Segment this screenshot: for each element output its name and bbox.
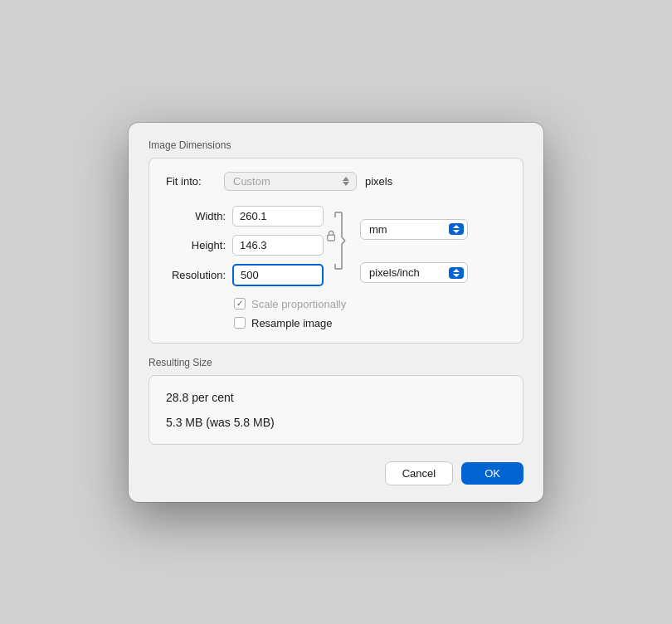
result-percent-text: 28.8 per cent <box>166 391 506 404</box>
fields-left: Width: Height: Resolution: <box>166 206 324 286</box>
image-dimensions-section: Fit into: Custom pixels Width: Height: <box>149 158 523 344</box>
stepper-down-icon <box>343 182 349 186</box>
fit-into-value: Custom <box>233 175 270 188</box>
resolution-row: Resolution: <box>166 264 324 286</box>
stepper-down-white-icon <box>453 230 460 233</box>
scale-proportionally-checkbox[interactable]: ✓ <box>234 298 246 310</box>
fit-into-select[interactable]: Custom <box>224 172 357 191</box>
res-stepper-down-white-icon <box>453 274 460 277</box>
stepper-up-icon <box>343 177 349 181</box>
bracket-area <box>330 209 347 282</box>
width-input[interactable] <box>232 206 324 227</box>
cancel-button[interactable]: Cancel <box>385 461 453 485</box>
scale-proportionally-row: ✓ Scale proportionally <box>234 298 506 310</box>
resulting-size-title: Resulting Size <box>149 357 523 368</box>
svg-rect-8 <box>328 235 335 241</box>
dimension-stepper[interactable] <box>449 223 464 235</box>
checkboxes-area: ✓ Scale proportionally Resample image <box>166 298 506 329</box>
svg-line-2 <box>342 237 345 241</box>
res-stepper-up-white-icon <box>453 269 460 272</box>
result-size-text: 5.3 MB (was 5.8 MB) <box>166 416 506 429</box>
fit-into-label: Fit into: <box>166 175 216 188</box>
image-dimensions-title: Image Dimensions <box>149 139 523 151</box>
ok-button[interactable]: OK <box>461 462 523 485</box>
resolution-unit-wrapper: pixels/inch <box>360 261 468 285</box>
bracket-svg <box>330 209 347 282</box>
resample-image-row: Resample image <box>234 317 506 329</box>
fit-into-row: Fit into: Custom pixels <box>166 172 506 191</box>
dimension-unit-value: mm <box>369 223 387 236</box>
fields-area: Width: Height: Resolution: <box>166 206 506 286</box>
fit-stepper-icon <box>343 177 349 186</box>
resolution-label: Resolution: <box>166 269 226 281</box>
width-row: Width: <box>166 206 324 227</box>
height-row: Height: <box>166 235 324 256</box>
image-dimensions-dialog: Image Dimensions Fit into: Custom pixels… <box>129 123 543 502</box>
lock-icon <box>326 230 338 241</box>
width-label: Width: <box>166 210 226 222</box>
resolution-unit-value: pixels/inch <box>369 266 420 279</box>
resample-image-label: Resample image <box>251 317 333 329</box>
height-label: Height: <box>166 239 226 251</box>
svg-line-3 <box>342 241 345 244</box>
resample-image-checkbox[interactable] <box>234 317 246 329</box>
dimension-unit-wrapper: mm <box>360 207 468 252</box>
checkmark-icon: ✓ <box>236 300 243 308</box>
stepper-up-white-icon <box>453 225 460 228</box>
resolution-unit-select[interactable]: pixels/inch <box>360 262 468 283</box>
dialog-buttons: Cancel OK <box>149 461 523 485</box>
resolution-input[interactable] <box>232 264 324 286</box>
resulting-size-section: 28.8 per cent 5.3 MB (was 5.8 MB) <box>149 375 523 445</box>
height-input[interactable] <box>232 235 324 256</box>
scale-proportionally-label: Scale proportionally <box>251 298 346 310</box>
fields-right: mm pixels/inch <box>360 207 468 285</box>
resolution-stepper[interactable] <box>449 267 464 279</box>
fit-unit-label: pixels <box>365 175 392 188</box>
dimension-unit-select[interactable]: mm <box>360 219 468 240</box>
